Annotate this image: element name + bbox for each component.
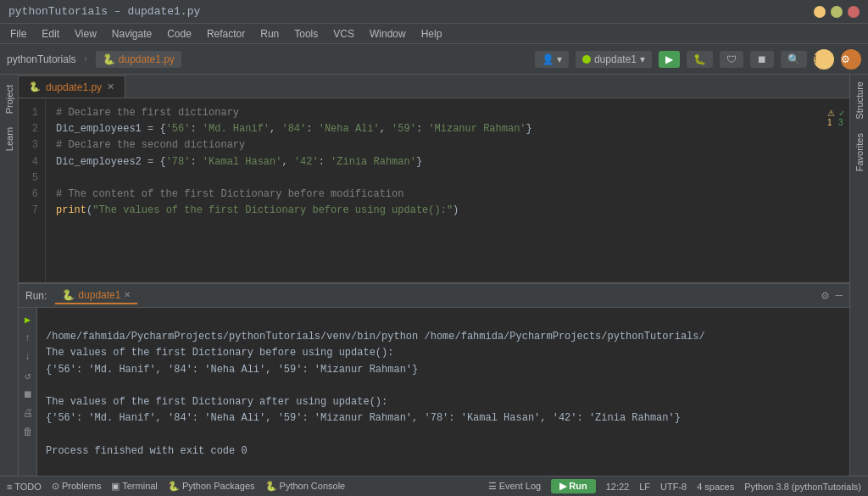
run-label: Run: — [25, 290, 47, 302]
run-up-icon[interactable]: ↑ — [21, 332, 35, 345]
problems-button[interactable]: ⊙ Problems — [52, 481, 102, 492]
toolbar: pythonTutorials › 🐍 dupdate1.py 👤 ▾ dupd… — [0, 44, 868, 75]
run-output-line-5: Process finished with exit code 0 — [46, 445, 248, 457]
line-num-2: 2 — [25, 121, 38, 137]
warning-indicator: ⚠ 1 — [827, 109, 835, 127]
file-tab-name: dupdate1.py — [46, 81, 102, 93]
event-log-button[interactable]: ☰ Event Log — [488, 481, 542, 492]
menu-vcs[interactable]: VCS — [326, 26, 361, 42]
debug-button[interactable]: 🐛 — [687, 51, 713, 68]
search-everywhere-button[interactable]: 🔍 — [781, 51, 807, 68]
project-breadcrumb[interactable]: pythonTutorials — [7, 53, 76, 65]
python-packages-button[interactable]: 🐍 Python Packages — [168, 481, 255, 492]
toolbar-right: 👤 ▾ dupdate1 ▾ ▶ 🐛 🛡 ⏹ 🔍 ! ⚙ — [535, 49, 861, 70]
code-line-5 — [56, 172, 62, 184]
right-gutter: ⚠ 1 ✓ 3 ∧ — [836, 98, 849, 282]
run-tab-name: dupdate1 — [78, 289, 120, 301]
code-editor[interactable]: 1 2 3 4 5 6 7 # Declare the first dictio… — [19, 98, 849, 282]
right-panel-sidebar: Structure Favorites — [849, 75, 868, 476]
minimize-button[interactable] — [814, 6, 826, 18]
line-num-1: 1 — [25, 105, 38, 121]
menu-view[interactable]: View — [68, 26, 103, 42]
gutter-indicators: ⚠ 1 ✓ 3 ∧ — [827, 105, 849, 127]
status-run-button[interactable]: ▶ Run — [551, 479, 595, 493]
notification-button[interactable]: ! — [814, 49, 834, 70]
run-trash-icon[interactable]: 🗑 — [21, 425, 35, 438]
run-panel-controls: ⚙ — — [821, 288, 843, 303]
menu-tools[interactable]: Tools — [287, 26, 325, 42]
file-tab-dupdate1[interactable]: 🐍 dupdate1.py ✕ — [19, 75, 125, 98]
run-print-icon[interactable]: 🖨 — [21, 406, 35, 420]
terminal-button[interactable]: ▣ Terminal — [111, 481, 157, 492]
breadcrumb-separator: › — [83, 53, 89, 65]
settings-icon[interactable]: ⚙ — [821, 288, 828, 303]
run-left-toolbar: ▶ ↑ ↓ ↺ ⏹ 🖨 🗑 — [19, 308, 37, 476]
run-tab-close[interactable]: ✕ — [124, 290, 131, 299]
run-command-line: /home/fahmida/PycharmProjects/pythonTuto… — [46, 331, 705, 343]
run-panel-header: Run: 🐍 dupdate1 ✕ ⚙ — — [19, 284, 849, 308]
minimize-panel-icon[interactable]: — — [836, 288, 843, 303]
python-console-button[interactable]: 🐍 Python Console — [265, 481, 346, 492]
close-button[interactable] — [848, 6, 860, 18]
line-numbers: 1 2 3 4 5 6 7 — [19, 98, 46, 282]
line-num-4: 4 — [25, 154, 38, 170]
menu-help[interactable]: Help — [415, 26, 449, 42]
file-tab-icon: 🐍 — [29, 81, 41, 92]
maximize-button[interactable] — [831, 6, 843, 18]
run-stop-icon[interactable]: ⏹ — [21, 387, 35, 401]
file-name-toolbar: dupdate1.py — [119, 53, 175, 65]
code-content[interactable]: # Declare the first dictionary Dic_emplo… — [46, 98, 836, 282]
settings-button[interactable]: ⚙ — [841, 49, 861, 70]
user-button[interactable]: 👤 ▾ — [535, 51, 569, 68]
left-sidebar: Project Learn — [0, 75, 19, 476]
check-indicator: ✓ 3 — [838, 109, 845, 127]
coverage-button[interactable]: 🛡 — [720, 51, 743, 68]
menu-refactor[interactable]: Refactor — [200, 26, 252, 42]
menu-window[interactable]: Window — [363, 26, 413, 42]
run-down-icon[interactable]: ↓ — [21, 350, 35, 364]
editor-run-container: 🐍 dupdate1.py ✕ 1 2 3 4 5 6 7 # Declare … — [19, 75, 849, 476]
run-config-name: dupdate1 — [594, 53, 637, 65]
sidebar-item-favorites[interactable]: Favorites — [853, 126, 866, 178]
line-num-5: 5 — [25, 170, 38, 187]
sidebar-item-project[interactable]: Project — [3, 78, 16, 120]
menu-code[interactable]: Code — [160, 26, 198, 42]
encoding[interactable]: UTF-8 — [660, 482, 687, 492]
menu-file[interactable]: File — [3, 26, 33, 42]
todo-button[interactable]: ≡ TODO — [7, 482, 42, 492]
line-num-6: 6 — [25, 187, 38, 203]
run-tabs: Run: 🐍 dupdate1 ✕ — [25, 287, 137, 304]
main-layout: Project Learn 🐍 dupdate1.py ✕ 1 2 3 4 5 … — [0, 75, 868, 476]
menu-edit[interactable]: Edit — [35, 26, 66, 42]
menu-run[interactable]: Run — [253, 26, 286, 42]
menu-navigate[interactable]: Navigate — [105, 26, 159, 42]
gutter-arrows[interactable]: ∧ — [849, 114, 849, 123]
menu-bar: File Edit View Navigate Code Refactor Ru… — [0, 24, 868, 44]
file-breadcrumb[interactable]: 🐍 dupdate1.py — [96, 51, 181, 68]
sidebar-item-structure[interactable]: Structure — [853, 75, 866, 126]
file-tab-close[interactable]: ✕ — [107, 81, 114, 92]
run-play-icon[interactable]: ▶ — [21, 313, 35, 326]
code-line-7: print("The values of the first Dictionar… — [56, 204, 459, 216]
run-output-line-4: {'56': 'Md. Hanif', '84': 'Neha Ali', '5… — [46, 412, 681, 424]
line-ending[interactable]: LF — [639, 482, 650, 492]
run-tab-dupdate1[interactable]: 🐍 dupdate1 ✕ — [55, 287, 137, 304]
code-line-3: # Declare the second dictionary — [56, 139, 245, 151]
run-config-chevron: ▾ — [640, 53, 645, 65]
status-left: ≡ TODO ⊙ Problems ▣ Terminal 🐍 Python Pa… — [7, 481, 345, 492]
python-version[interactable]: Python 3.8 (pythonTutorials) — [744, 482, 861, 492]
run-button[interactable]: ▶ — [659, 51, 680, 68]
indent[interactable]: 4 spaces — [697, 482, 734, 492]
code-line-2: Dic_employees1 = {'56': 'Md. Hanif', '84… — [56, 123, 532, 135]
right-sidebar-labels: Structure Favorites — [853, 75, 866, 476]
run-output-line-1: The values of the first Dictionary befor… — [46, 347, 393, 359]
status-right: ☰ Event Log ▶ Run 12:22 LF UTF-8 4 space… — [488, 479, 861, 493]
stop-button[interactable]: ⏹ — [750, 51, 774, 68]
sidebar-item-learn[interactable]: Learn — [3, 120, 16, 158]
run-panel-body: ▶ ↑ ↓ ↺ ⏹ 🖨 🗑 /home/fahmida/PycharmProje… — [19, 308, 849, 476]
line-num-7: 7 — [25, 203, 38, 219]
run-output-line-3: The values of the first Dictionary after… — [46, 396, 387, 408]
run-config-button[interactable]: dupdate1 ▾ — [576, 51, 652, 68]
run-rerun-icon[interactable]: ↺ — [21, 369, 35, 382]
file-tabs: 🐍 dupdate1.py ✕ — [19, 75, 849, 98]
